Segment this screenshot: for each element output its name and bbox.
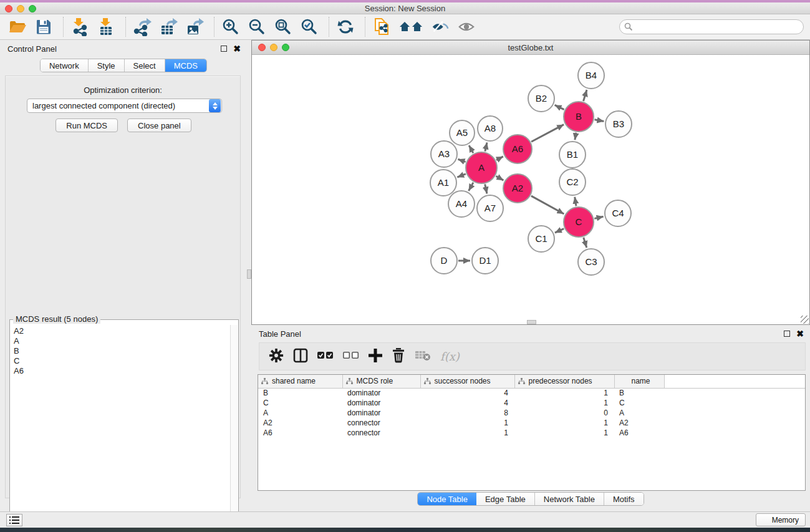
horizontal-split-handle[interactable]: [527, 320, 536, 324]
graph-node-A1[interactable]: A1: [430, 170, 456, 196]
graph-edge-B-B3[interactable]: [595, 120, 604, 122]
mcds-result-item[interactable]: C: [14, 356, 230, 366]
graph-node-A5[interactable]: A5: [450, 120, 475, 145]
add-column-icon[interactable]: [369, 349, 382, 364]
tab-style[interactable]: Style: [89, 59, 125, 72]
mcds-result-list[interactable]: A2ABCA6: [11, 325, 230, 532]
table-row[interactable]: A2connector11A2: [258, 418, 805, 428]
table-row[interactable]: Bdominator41B: [258, 388, 805, 398]
tab-node-table[interactable]: Node Table: [418, 493, 476, 505]
clone-network-icon[interactable]: [372, 17, 391, 37]
export-table-icon[interactable]: [159, 17, 178, 37]
function-builder-icon[interactable]: f(x): [440, 350, 460, 363]
tab-network[interactable]: Network: [41, 59, 89, 72]
zoom-selected-icon[interactable]: [300, 17, 319, 37]
graph-node-C3[interactable]: C3: [578, 249, 604, 275]
graph-node-A3[interactable]: A3: [431, 141, 457, 167]
tab-motifs[interactable]: Motifs: [604, 493, 644, 505]
graph-node-D1[interactable]: D1: [472, 248, 498, 274]
graph-edge-C-C2[interactable]: [575, 197, 576, 206]
first-neighbors-icon[interactable]: [398, 17, 423, 37]
zoom-out-icon[interactable]: [248, 17, 266, 37]
graph-edge-A-A7[interactable]: [485, 184, 487, 193]
table-settings-icon[interactable]: [269, 348, 284, 365]
run-mcds-button[interactable]: Run MCDS: [55, 118, 118, 132]
graph-edge-B-B1[interactable]: [575, 133, 576, 140]
table-row[interactable]: A6connector11A6: [258, 428, 805, 438]
minimize-window-icon[interactable]: [17, 5, 24, 12]
graph-edge-A-A5[interactable]: [469, 145, 473, 153]
graph-edge-B-B2[interactable]: [555, 105, 564, 109]
graph-node-B[interactable]: B: [564, 102, 594, 132]
delete-table-icon[interactable]: [415, 349, 431, 364]
graph-node-C[interactable]: C: [564, 207, 594, 237]
graph-edge-C-C3[interactable]: [584, 238, 587, 248]
show-all-icon[interactable]: [457, 17, 476, 37]
table-row[interactable]: Cdominator41C: [258, 398, 805, 408]
tab-select[interactable]: Select: [125, 59, 165, 72]
close-table-panel-icon[interactable]: ✖: [796, 331, 804, 337]
graph-node-B1[interactable]: B1: [559, 142, 586, 168]
graph-edge-A6-B[interactable]: [531, 125, 564, 142]
table-row[interactable]: Adominator80A: [258, 408, 805, 418]
deselect-all-icon[interactable]: [343, 351, 359, 362]
criterion-select[interactable]: largest connected component (directed): [27, 99, 222, 113]
graph-node-C1[interactable]: C1: [528, 226, 554, 252]
graph-node-C2[interactable]: C2: [559, 169, 586, 195]
mcds-result-item[interactable]: A: [14, 336, 230, 346]
import-table-icon[interactable]: [97, 17, 115, 37]
delete-column-icon[interactable]: [392, 348, 405, 365]
graph-node-B2[interactable]: B2: [528, 85, 554, 112]
float-table-panel-icon[interactable]: [784, 331, 790, 337]
result-scrollbar[interactable]: [230, 325, 238, 532]
mcds-result-item[interactable]: A2: [14, 326, 230, 336]
graph-edge-A-A3[interactable]: [458, 159, 466, 162]
float-panel-icon[interactable]: [221, 46, 227, 52]
graph-node-A7[interactable]: A7: [477, 195, 503, 221]
apply-layout-icon[interactable]: [336, 17, 355, 37]
graph-edge-A-A8[interactable]: [485, 142, 487, 151]
mcds-result-item[interactable]: A6: [14, 366, 230, 376]
graph-edge-A-A4[interactable]: [469, 183, 473, 191]
close-window-icon[interactable]: [5, 5, 12, 12]
export-image-icon[interactable]: [185, 17, 204, 37]
export-network-icon[interactable]: [133, 17, 152, 37]
task-history-button[interactable]: [6, 514, 22, 526]
graph-edge-A-A1[interactable]: [457, 174, 466, 177]
hide-selected-icon[interactable]: [431, 17, 450, 37]
net-zoom-icon[interactable]: [282, 44, 289, 51]
network-canvas[interactable]: B4B2BB3B1C2A6A2A5A8A3AA1A4A7CC1C4C3DD1: [252, 56, 809, 324]
graph-node-D[interactable]: D: [431, 248, 457, 274]
graph-node-B3[interactable]: B3: [605, 111, 632, 137]
graph-node-A2[interactable]: A2: [503, 174, 532, 203]
graph-edge-A2-C[interactable]: [531, 196, 564, 214]
zoom-fit-icon[interactable]: [274, 17, 292, 37]
open-session-icon[interactable]: [8, 17, 27, 37]
table-header-row[interactable]: shared name MCDS role successor nodes pr…: [258, 375, 805, 388]
zoom-window-icon[interactable]: [29, 5, 36, 12]
resize-grip[interactable]: [801, 316, 809, 324]
search-input[interactable]: [619, 19, 804, 34]
vertical-split-handle[interactable]: [247, 269, 251, 279]
mcds-result-item[interactable]: B: [14, 346, 230, 356]
graph-edge-C-C1[interactable]: [555, 229, 564, 233]
save-session-icon[interactable]: [34, 17, 53, 37]
graph-node-A[interactable]: A: [466, 152, 497, 183]
tab-edge-table[interactable]: Edge Table: [476, 493, 535, 505]
net-minimize-icon[interactable]: [270, 44, 277, 51]
close-panel-button[interactable]: Close panel: [127, 118, 191, 132]
import-network-icon[interactable]: [70, 17, 89, 37]
tab-network-table[interactable]: Network Table: [535, 493, 604, 505]
memory-button[interactable]: Memory: [756, 513, 806, 526]
graph-node-A8[interactable]: A8: [478, 116, 503, 141]
network-window-titlebar[interactable]: testGlobe.txt: [252, 41, 809, 55]
graph-edge-A-A6[interactable]: [496, 157, 503, 160]
zoom-in-icon[interactable]: [221, 17, 240, 37]
graph-edge-A-A2[interactable]: [496, 176, 503, 180]
select-all-icon[interactable]: [317, 351, 334, 362]
graph-node-C4[interactable]: C4: [605, 200, 631, 226]
graph-node-A4[interactable]: A4: [448, 191, 475, 217]
close-panel-icon[interactable]: ✖: [233, 46, 241, 52]
graph-edge-C-C4[interactable]: [594, 216, 603, 218]
graph-node-B4[interactable]: B4: [578, 62, 604, 89]
